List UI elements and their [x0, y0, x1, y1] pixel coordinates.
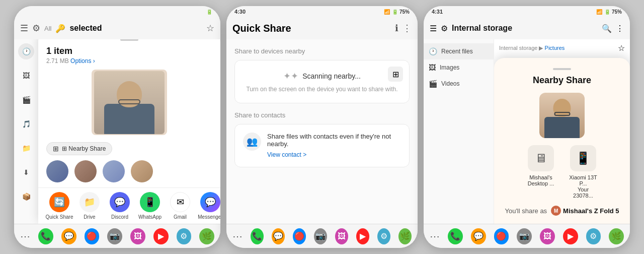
wifi-icon-3: 📶	[596, 9, 602, 15]
status-bar-2: 4:30 📶 🔋 75%	[226, 6, 418, 17]
person-head	[117, 81, 142, 107]
contact-4[interactable]	[131, 160, 153, 182]
messages-app-3[interactable]: 💬	[471, 228, 486, 244]
more-icon-2[interactable]: ⋮	[403, 23, 412, 34]
nearby-popup: Nearby Share 🖥 Mishaal's Desktop ...	[494, 58, 630, 224]
app-drawer-icon-2[interactable]: ⋯	[232, 230, 243, 242]
star-icon-1[interactable]: ☆	[206, 23, 214, 34]
sidebar-1: 🕐 🖼 🎬 🎵 📁 ⬇ 📦	[14, 39, 38, 224]
nearby-popup-handle	[553, 68, 571, 70]
nav-title-3: Internal storage	[452, 24, 598, 33]
browser-app-1[interactable]: 🔴	[85, 228, 100, 244]
quickshare-icon: 🔄	[49, 192, 69, 212]
person-body	[104, 104, 154, 134]
status-icons-2: 📶 🔋 75%	[384, 9, 410, 15]
contact-1[interactable]	[46, 160, 68, 182]
p3-images[interactable]: 🖼 Images	[424, 59, 494, 76]
sheet-handle	[120, 39, 138, 41]
phone-app-3[interactable]: 📞	[448, 228, 463, 244]
search-icon-3[interactable]: 🔍	[602, 24, 612, 33]
p3-videos[interactable]: 🎬 Videos	[424, 76, 494, 92]
settings-app-1[interactable]: ⚙	[177, 228, 192, 244]
yt-app-3[interactable]: ▶	[563, 228, 578, 244]
info-icon-2[interactable]: ℹ	[395, 23, 398, 34]
contact-3[interactable]	[103, 160, 125, 182]
sidebar-audio[interactable]: 🎵	[18, 116, 34, 132]
contact-2[interactable]	[74, 160, 97, 182]
p3-images-icon: 🖼	[429, 64, 436, 72]
gmail-label: Gmail	[174, 214, 187, 220]
scan-spinner: ✦✦ Scanning nearby...	[283, 71, 361, 82]
sidebar-downloads[interactable]: ⬇	[18, 164, 34, 180]
camera-app-1[interactable]: 📷	[107, 228, 122, 244]
drive-label: Drive	[84, 214, 95, 220]
phone-1: 🔋 ☰ ⚙ All 🔑 selected ☆ 🕐 🖼 🎬 🎵 📁 ⬇ 📦 Rec…	[14, 6, 220, 248]
settings-icon-1[interactable]: ⚙	[32, 23, 40, 34]
gallery-app-1[interactable]: 🖼	[130, 228, 145, 244]
phone-device-label: Xiaomi 13T P...Your 23078...	[568, 174, 598, 199]
share-app-discord[interactable]: 💬 Discord	[105, 192, 135, 220]
extra-app-2[interactable]: 🌿	[398, 228, 412, 244]
share-app-messenger[interactable]: 💬 Messenger	[195, 192, 220, 220]
phone-app-2[interactable]: 📞	[251, 228, 264, 244]
contacts-card: 👥 Share files with contacts even if they…	[234, 124, 410, 167]
browser-app-2[interactable]: 🔴	[293, 228, 306, 244]
qr-icon: ⊞	[392, 70, 399, 79]
sidebar-apk[interactable]: 📦	[18, 188, 34, 205]
settings-app-3[interactable]: ⚙	[586, 228, 601, 244]
view-contact-link[interactable]: View contact >	[267, 151, 306, 158]
share-as-label: You'll share as	[505, 207, 547, 215]
nearby-share-label: ⊞ Nearby Share	[62, 145, 106, 152]
camera-app-3[interactable]: 📷	[517, 228, 532, 244]
share-as-name-text: Mishaal's Z Fold 5	[563, 207, 619, 215]
sidebar-images[interactable]: 🖼	[18, 68, 34, 84]
p3-videos-icon: 🎬	[429, 80, 437, 88]
p3-star-icon[interactable]: ☆	[618, 43, 625, 53]
share-preview	[92, 70, 167, 135]
options-link[interactable]: Options ›	[70, 57, 95, 65]
np-glasses	[554, 112, 570, 116]
menu-icon-3[interactable]: ☰	[430, 24, 437, 33]
extra-app-1[interactable]: 🌿	[199, 228, 214, 244]
gallery-app-3[interactable]: 🖼	[540, 228, 555, 244]
yt-app-1[interactable]: ▶	[153, 228, 169, 244]
top-nav-3: ☰ ⚙ Internal storage 🔍 ⋮	[424, 17, 630, 39]
browser-app-3[interactable]: 🔴	[494, 228, 509, 244]
status-time-2: 4:30	[234, 9, 246, 15]
bottom-dock-3: ⋯ 📞 💬 🔴 📷 🖼 ▶ ⚙ 🌿	[424, 224, 630, 248]
recent-contacts	[38, 160, 220, 187]
share-apps-row: 🔄 Quick Share 📁 Drive 💬 Discord 📱 WhatsA…	[38, 187, 220, 224]
nearby-popup-title: Nearby Share	[502, 75, 622, 86]
nearby-device-phone[interactable]: 📱 Xiaomi 13T P...Your 23078...	[568, 145, 598, 199]
battery-icon-3: 🔋 75%	[604, 9, 622, 15]
camera-app-2[interactable]: 📷	[314, 228, 327, 244]
settings-app-2[interactable]: ⚙	[377, 228, 390, 244]
phone-app-1[interactable]: 📞	[38, 228, 53, 244]
p3-recent-files[interactable]: 🕐 Recent files	[424, 43, 494, 59]
share-app-drive[interactable]: 📁 Drive	[74, 192, 105, 220]
menu-icon-1[interactable]: ☰	[20, 23, 28, 34]
more-icon-3[interactable]: ⋮	[616, 24, 624, 33]
qr-button[interactable]: ⊞	[388, 67, 403, 82]
sidebar-videos[interactable]: 🎬	[18, 92, 34, 108]
status-bar-1: 🔋	[14, 6, 220, 17]
yt-app-2[interactable]: ▶	[356, 228, 369, 244]
share-app-gmail[interactable]: ✉ Gmail	[165, 192, 195, 220]
messages-app-2[interactable]: 💬	[272, 228, 285, 244]
sidebar-recent[interactable]: 🕐	[18, 43, 34, 59]
nearby-devices: 🖥 Mishaal's Desktop ... 📱 Xiaomi 13T P..…	[502, 145, 622, 199]
settings-icon-3[interactable]: ⚙	[441, 24, 448, 33]
nearby-device-desktop[interactable]: 🖥 Mishaal's Desktop ...	[526, 145, 556, 199]
app-drawer-icon-1[interactable]: ⋯	[20, 230, 30, 242]
sidebar-folders[interactable]: 📁	[18, 140, 34, 156]
share-app-whatsapp[interactable]: 📱 WhatsApp	[135, 192, 165, 220]
main-content-1: Recent files 1 item 2.71 MB Options ›	[38, 39, 220, 224]
p3-images-label: Images	[440, 64, 459, 71]
share-app-quickshare[interactable]: 🔄 Quick Share	[44, 192, 74, 220]
phone-device-icon: 📱	[570, 145, 596, 171]
messages-app-1[interactable]: 💬	[61, 228, 76, 244]
extra-app-3[interactable]: 🌿	[609, 228, 624, 244]
nearby-share-button[interactable]: ⊞ ⊞ Nearby Share	[46, 142, 112, 155]
gallery-app-2[interactable]: 🖼	[335, 228, 348, 244]
app-drawer-icon-3[interactable]: ⋯	[430, 230, 440, 242]
